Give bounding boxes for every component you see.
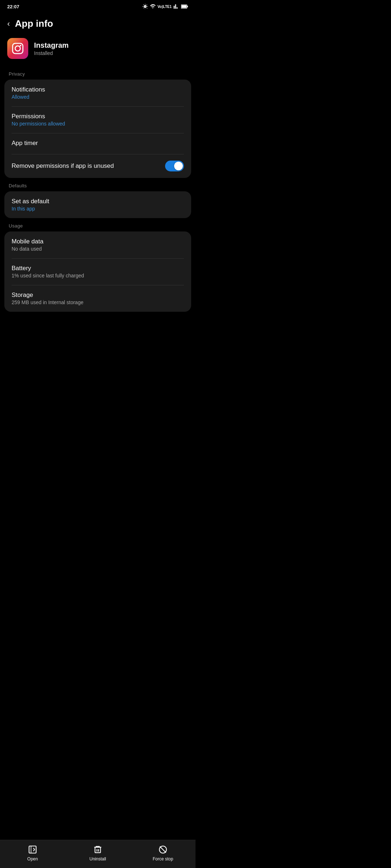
remove-permissions-item[interactable]: Remove permissions if app is unused (4, 154, 191, 178)
battery-item[interactable]: Battery 1% used since last fully charged (4, 258, 191, 285)
volte-indicator: Vo)LTE1 (157, 5, 172, 9)
status-icons: Vo)LTE1 (142, 4, 188, 9)
storage-sub: 259 MB used in Internal storage (12, 299, 184, 305)
defaults-card: Set as default In this app (4, 191, 191, 218)
usage-section-label: Usage (0, 218, 196, 231)
wifi-icon (150, 4, 156, 9)
battery-sub: 1% used since last fully charged (12, 273, 184, 278)
privacy-card: Notifications Allowed Permissions No per… (4, 80, 191, 178)
notifications-item[interactable]: Notifications Allowed (4, 80, 191, 106)
svg-rect-3 (13, 43, 23, 54)
app-icon (7, 38, 28, 59)
remove-permissions-toggle[interactable] (165, 161, 184, 171)
permissions-item[interactable]: Permissions No permissions allowed (4, 106, 191, 133)
app-details: Instagram Installed (34, 41, 69, 56)
set-as-default-sub: In this app (12, 206, 184, 212)
storage-title: Storage (12, 292, 184, 299)
app-install-status: Installed (34, 50, 69, 56)
signal-icon (173, 4, 179, 9)
set-as-default-item[interactable]: Set as default In this app (4, 191, 191, 218)
remove-permissions-label: Remove permissions if app is unused (12, 162, 165, 170)
permissions-sub: No permissions allowed (12, 121, 184, 127)
alarm-icon (142, 4, 148, 9)
back-button[interactable]: ‹ (7, 19, 10, 29)
defaults-section-label: Defaults (0, 178, 196, 191)
status-bar: 22:07 Vo)LTE1 (0, 0, 196, 12)
svg-point-5 (20, 45, 21, 46)
instagram-svg (12, 42, 24, 55)
svg-rect-2 (187, 6, 188, 7)
mobile-data-sub: No data used (12, 246, 184, 252)
time: 22:07 (7, 4, 19, 9)
app-info-row: Instagram Installed (0, 34, 196, 66)
header: ‹ App info (0, 12, 196, 34)
storage-item[interactable]: Storage 259 MB used in Internal storage (4, 285, 191, 312)
main-content: Privacy Notifications Allowed Permission… (0, 66, 196, 344)
permissions-title: Permissions (12, 113, 184, 120)
notifications-sub: Allowed (12, 94, 184, 100)
set-as-default-title: Set as default (12, 198, 184, 205)
svg-point-4 (15, 46, 20, 51)
battery-title: Battery (12, 265, 184, 272)
app-timer-title: App timer (12, 140, 184, 147)
battery-icon (181, 4, 188, 9)
privacy-section-label: Privacy (0, 66, 196, 80)
notifications-title: Notifications (12, 86, 184, 93)
app-name: Instagram (34, 41, 69, 50)
svg-rect-1 (181, 5, 186, 8)
app-timer-item[interactable]: App timer (4, 133, 191, 154)
mobile-data-title: Mobile data (12, 238, 184, 245)
page-title: App info (15, 18, 53, 29)
mobile-data-item[interactable]: Mobile data No data used (4, 231, 191, 258)
usage-card: Mobile data No data used Battery 1% used… (4, 231, 191, 312)
